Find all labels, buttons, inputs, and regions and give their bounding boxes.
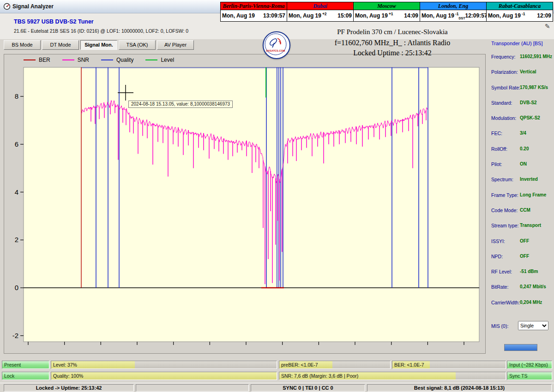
sync-indicator: Sync TS <box>507 372 552 380</box>
ber-bar: BER: <1.0E-7 <box>392 361 506 369</box>
signal-chart-panel: BERSNRQualityLevel 86420-2 2024-08-18 15… <box>4 54 486 354</box>
clock-time: Mon, Aug 1913:09:57 <box>221 10 287 21</box>
world-clock-panel: Berlin-Paris-Vienna-RomaDubaiMoscowLondo… <box>220 2 553 22</box>
transponder-panel: Transponder (AU) [BS] Frequency:11602,59… <box>488 40 553 358</box>
legend-swatch <box>145 59 157 60</box>
mode-tabs: BS ModeDT ModeSignal Mon.TSA (OK)AV Play… <box>4 40 194 50</box>
app-icon <box>3 3 11 10</box>
transponder-row: Pilot:ON <box>488 157 553 172</box>
clock-city: London, Eng <box>420 2 487 10</box>
clock-time: Mon, Aug 19-112:09 <box>487 10 553 21</box>
legend-item: Level <box>145 57 174 63</box>
uptime-header: Locked Uptime : 25:13:42 <box>300 49 485 57</box>
clock-time: Mon, Aug 19-1DST12:09:57 <box>420 10 487 21</box>
level-bar: Level: 37% <box>51 361 277 369</box>
svg-text:4: 4 <box>15 188 18 196</box>
frequency-header: f=11602,760 MHz_H_ : Atlantis Radio <box>300 39 485 47</box>
transponder-row: Frequency:11602,591 MHz <box>488 50 553 65</box>
statusbar-segment: Best signal: 8,1 dB (2024-08-18 15:13) <box>367 384 552 392</box>
svg-text:-2: -2 <box>12 332 18 339</box>
tab-bs-mode[interactable]: BS Mode <box>4 40 41 50</box>
statusbar-segment: SYNC 0 | TEI 0 | CC 0 <box>251 384 365 392</box>
legend-item: SNR <box>62 57 89 63</box>
tab-dt-mode[interactable]: DT Mode <box>42 40 79 50</box>
legend-swatch <box>101 59 113 60</box>
transponder-row: Code Mode:CCM <box>488 203 553 219</box>
transponder-row: FEC:3/4 <box>488 126 553 142</box>
transponder-row: Symbol Rate:170,987 KS/s <box>488 81 553 96</box>
clock-time: Mon, Aug 19+114:09 <box>354 10 420 21</box>
transponder-rows: Frequency:11602,591 MHzPolarization:Vert… <box>488 50 553 311</box>
transponder-row: RF Level:-51 dBm <box>488 265 553 280</box>
clock-city: Rabat-Casablanca <box>487 2 553 10</box>
svg-text:2: 2 <box>15 236 18 244</box>
transponder-row: Spectrum:Inverted <box>488 172 553 188</box>
chart-tooltip: 2024-08-18 15.13.05, value: 8,1000003814… <box>128 101 233 108</box>
input-indicator: Input (~282 Kbps) <box>507 361 552 369</box>
svg-text:8: 8 <box>15 92 18 100</box>
statusbar-segment <box>136 384 249 392</box>
transponder-row: Modulation:QPSK-S2 <box>488 111 553 126</box>
quality-bar: Quality: 100% <box>51 372 277 380</box>
legend-swatch <box>24 59 36 60</box>
tab-av-player[interactable]: AV Player <box>157 40 194 50</box>
clock-time: Mon, Aug 19+215:09 <box>287 10 354 21</box>
tuner-subtitle: 21.6E - Eutelsat 21B SES 16 (ID: 0216) @… <box>14 28 188 34</box>
svg-text:6: 6 <box>15 140 18 148</box>
transponder-row: RollOff:0.20 <box>488 142 553 157</box>
clock-city: Dubai <box>287 2 354 10</box>
lock-indicator: Lock <box>2 372 49 380</box>
clock-city-row: Berlin-Paris-Vienna-RomaDubaiMoscowLondo… <box>221 2 553 10</box>
mis-select[interactable]: Single <box>518 321 548 330</box>
statusbar: Locked -> Uptime: 25:13:42SYNC 0 | TEI 0… <box>0 383 554 392</box>
plot-area <box>24 67 479 342</box>
clock-city: Moscow <box>354 2 420 10</box>
present-indicator: Present <box>2 361 49 369</box>
window-title: Signal Analyzer <box>12 3 54 10</box>
transponder-row: BitRate:0,247 Mbit/s <box>488 280 553 295</box>
signature-icon: ✎ <box>545 23 550 30</box>
tuner-title: TBS 5927 USB DVB-S2 Tuner <box>14 18 94 25</box>
site-header: PF Prodelin 370 cm / Lucenec-Slovakia <box>300 28 485 36</box>
transponder-row: NPD:OFF <box>488 249 553 265</box>
clock-time-row: Mon, Aug 1913:09:57Mon, Aug 19+215:09Mon… <box>221 10 553 21</box>
legend-swatch <box>62 59 74 60</box>
mis-row: MIS (0): Single <box>488 321 553 332</box>
transponder-row: Standard:DVB-S2 <box>488 96 553 111</box>
transponder-row: CarrierWidth:0,204 MHz <box>488 296 553 311</box>
chart-legend: BERSNRQualityLevel <box>24 56 174 64</box>
legend-item: Quality <box>101 57 133 63</box>
transponder-row: ISSYI:OFF <box>488 234 553 249</box>
tab-signal-mon-[interactable]: Signal Mon. <box>80 40 117 50</box>
legend-item: BER <box>24 57 50 63</box>
transponder-header: Transponder (AU) [BS] <box>491 41 542 46</box>
dxsatcs-logo: DXSATCS.COM <box>263 31 290 59</box>
progress-bar <box>504 344 537 351</box>
tab-tsa-ok-[interactable]: TSA (OK) <box>119 40 156 50</box>
preber-bar: preBER: <1.0E-7 <box>279 361 391 369</box>
transponder-row: Stream type:Transport <box>488 219 553 234</box>
mis-label: MIS (0): <box>491 323 508 329</box>
clock-city: Berlin-Paris-Vienna-Roma <box>221 2 287 10</box>
transponder-row: Polarization:Vertical <box>488 65 553 80</box>
svg-text:0: 0 <box>15 284 18 291</box>
snr-bar: SNR: 7,6 dB (Margin: 3,6 dB | Poor) <box>279 372 506 380</box>
indicator-row-2: Lock Quality: 100% SNR: 7,6 dB (Margin: … <box>0 372 554 380</box>
transponder-row: Frame Type:Long Frame <box>488 188 553 203</box>
svg-text:DXSATCS.COM: DXSATCS.COM <box>266 49 285 52</box>
statusbar-segment: Locked -> Uptime: 25:13:42 <box>4 384 134 392</box>
signal-chart[interactable]: 86420-2 <box>4 54 485 353</box>
indicator-row-1: Present Level: 37% preBER: <1.0E-7 BER: … <box>0 361 554 369</box>
